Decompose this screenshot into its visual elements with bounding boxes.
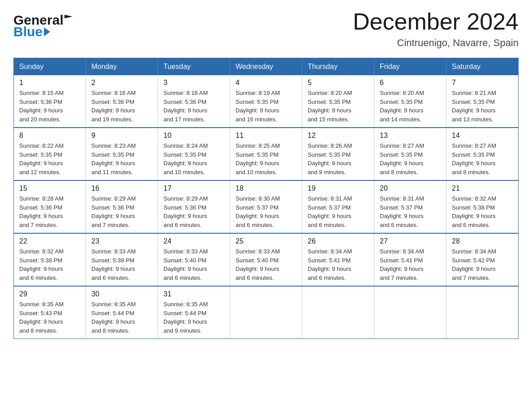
calendar-cell: 24Sunrise: 8:33 AMSunset: 5:40 PMDayligh… <box>158 233 230 286</box>
day-number: 27 <box>380 237 441 245</box>
calendar-cell <box>374 286 446 339</box>
svg-marker-1 <box>44 27 50 36</box>
calendar-cell: 10Sunrise: 8:24 AMSunset: 5:35 PMDayligh… <box>158 128 230 180</box>
calendar-table: SundayMondayTuesdayWednesdayThursdayFrid… <box>13 58 519 339</box>
day-number: 21 <box>452 184 513 193</box>
calendar-cell: 8Sunrise: 8:22 AMSunset: 5:35 PMDaylight… <box>14 128 86 180</box>
day-number: 7 <box>452 79 513 87</box>
calendar-cell: 2Sunrise: 8:16 AMSunset: 5:36 PMDaylight… <box>86 75 158 128</box>
day-number: 11 <box>236 132 296 140</box>
day-info: Sunrise: 8:20 AMSunset: 5:35 PMDaylight:… <box>380 89 441 124</box>
calendar-cell: 26Sunrise: 8:34 AMSunset: 5:41 PMDayligh… <box>302 233 374 286</box>
day-info: Sunrise: 8:27 AMSunset: 5:35 PMDaylight:… <box>380 141 441 176</box>
day-number: 20 <box>380 184 441 193</box>
calendar-cell: 17Sunrise: 8:29 AMSunset: 5:36 PMDayligh… <box>158 180 230 233</box>
day-number: 8 <box>19 132 80 140</box>
day-info: Sunrise: 8:32 AMSunset: 5:38 PMDaylight:… <box>19 247 80 282</box>
calendar-cell: 13Sunrise: 8:27 AMSunset: 5:35 PMDayligh… <box>374 128 446 180</box>
calendar-week-row: 1Sunrise: 8:15 AMSunset: 5:36 PMDaylight… <box>14 75 519 128</box>
calendar-cell: 25Sunrise: 8:33 AMSunset: 5:40 PMDayligh… <box>230 233 302 286</box>
day-info: Sunrise: 8:31 AMSunset: 5:37 PMDaylight:… <box>308 194 369 229</box>
day-header-thursday: Thursday <box>302 58 374 76</box>
day-info: Sunrise: 8:19 AMSunset: 5:35 PMDaylight:… <box>236 89 296 124</box>
day-info: Sunrise: 8:35 AMSunset: 5:43 PMDaylight:… <box>19 300 80 335</box>
day-number: 1 <box>19 79 80 87</box>
calendar-cell: 29Sunrise: 8:35 AMSunset: 5:43 PMDayligh… <box>14 286 86 339</box>
day-number: 30 <box>91 290 152 298</box>
calendar-cell: 14Sunrise: 8:27 AMSunset: 5:35 PMDayligh… <box>446 128 519 180</box>
day-info: Sunrise: 8:16 AMSunset: 5:36 PMDaylight:… <box>91 89 152 124</box>
title-area: December 2024 Cintruenigo, Navarre, Spai… <box>353 9 519 49</box>
day-header-monday: Monday <box>86 58 158 76</box>
day-number: 12 <box>308 132 369 140</box>
day-number: 18 <box>236 184 296 193</box>
day-info: Sunrise: 8:32 AMSunset: 5:38 PMDaylight:… <box>452 194 513 229</box>
calendar-header-row: SundayMondayTuesdayWednesdayThursdayFrid… <box>14 58 519 76</box>
calendar-cell: 12Sunrise: 8:26 AMSunset: 5:35 PMDayligh… <box>302 128 374 180</box>
day-info: Sunrise: 8:15 AMSunset: 5:36 PMDaylight:… <box>19 89 80 124</box>
calendar-cell <box>230 286 302 339</box>
day-number: 24 <box>163 237 224 245</box>
day-number: 14 <box>452 132 513 140</box>
location-title: Cintruenigo, Navarre, Spain <box>353 37 519 49</box>
day-info: Sunrise: 8:30 AMSunset: 5:37 PMDaylight:… <box>236 194 296 229</box>
day-number: 28 <box>452 237 513 245</box>
day-info: Sunrise: 8:24 AMSunset: 5:35 PMDaylight:… <box>163 141 224 176</box>
calendar-week-row: 8Sunrise: 8:22 AMSunset: 5:35 PMDaylight… <box>14 128 519 180</box>
calendar-cell: 15Sunrise: 8:28 AMSunset: 5:36 PMDayligh… <box>14 180 86 233</box>
day-info: Sunrise: 8:25 AMSunset: 5:35 PMDaylight:… <box>236 141 296 176</box>
calendar-cell: 27Sunrise: 8:34 AMSunset: 5:41 PMDayligh… <box>374 233 446 286</box>
logo-flag-icon <box>64 15 73 25</box>
day-info: Sunrise: 8:20 AMSunset: 5:35 PMDaylight:… <box>308 89 369 124</box>
day-number: 5 <box>308 79 369 87</box>
logo-arrow-icon <box>44 27 50 36</box>
day-header-saturday: Saturday <box>446 58 519 76</box>
day-info: Sunrise: 8:23 AMSunset: 5:35 PMDaylight:… <box>91 141 152 176</box>
day-info: Sunrise: 8:35 AMSunset: 5:44 PMDaylight:… <box>91 300 152 335</box>
day-info: Sunrise: 8:33 AMSunset: 5:40 PMDaylight:… <box>163 247 224 282</box>
day-number: 22 <box>19 237 80 245</box>
day-info: Sunrise: 8:29 AMSunset: 5:36 PMDaylight:… <box>91 194 152 229</box>
day-info: Sunrise: 8:33 AMSunset: 5:40 PMDaylight:… <box>236 247 296 282</box>
calendar-cell: 23Sunrise: 8:33 AMSunset: 5:39 PMDayligh… <box>86 233 158 286</box>
day-number: 16 <box>91 184 152 193</box>
calendar-cell: 28Sunrise: 8:34 AMSunset: 5:42 PMDayligh… <box>446 233 519 286</box>
day-number: 31 <box>163 290 224 298</box>
logo-blue-text: Blue <box>13 25 43 39</box>
calendar-cell: 5Sunrise: 8:20 AMSunset: 5:35 PMDaylight… <box>302 75 374 128</box>
day-number: 10 <box>163 132 224 140</box>
day-info: Sunrise: 8:34 AMSunset: 5:42 PMDaylight:… <box>452 247 513 282</box>
day-number: 4 <box>236 79 296 87</box>
day-number: 23 <box>91 237 152 245</box>
calendar-cell: 3Sunrise: 8:18 AMSunset: 5:36 PMDaylight… <box>158 75 230 128</box>
calendar-cell: 21Sunrise: 8:32 AMSunset: 5:38 PMDayligh… <box>446 180 519 233</box>
day-info: Sunrise: 8:34 AMSunset: 5:41 PMDaylight:… <box>380 247 441 282</box>
day-number: 26 <box>308 237 369 245</box>
day-header-tuesday: Tuesday <box>158 58 230 76</box>
calendar-cell: 9Sunrise: 8:23 AMSunset: 5:35 PMDaylight… <box>86 128 158 180</box>
svg-marker-0 <box>64 15 73 18</box>
calendar-cell: 6Sunrise: 8:20 AMSunset: 5:35 PMDaylight… <box>374 75 446 128</box>
day-number: 13 <box>380 132 441 140</box>
calendar-cell: 30Sunrise: 8:35 AMSunset: 5:44 PMDayligh… <box>86 286 158 339</box>
calendar-cell <box>446 286 519 339</box>
day-number: 25 <box>236 237 296 245</box>
calendar-cell: 19Sunrise: 8:31 AMSunset: 5:37 PMDayligh… <box>302 180 374 233</box>
day-number: 19 <box>308 184 369 193</box>
calendar-cell: 7Sunrise: 8:21 AMSunset: 5:35 PMDaylight… <box>446 75 519 128</box>
calendar-week-row: 22Sunrise: 8:32 AMSunset: 5:38 PMDayligh… <box>14 233 519 286</box>
day-info: Sunrise: 8:18 AMSunset: 5:36 PMDaylight:… <box>163 89 224 124</box>
calendar-cell: 20Sunrise: 8:31 AMSunset: 5:37 PMDayligh… <box>374 180 446 233</box>
day-number: 15 <box>19 184 80 193</box>
calendar-cell <box>302 286 374 339</box>
logo: General Blue <box>13 9 73 39</box>
day-number: 3 <box>163 79 224 87</box>
calendar-cell: 16Sunrise: 8:29 AMSunset: 5:36 PMDayligh… <box>86 180 158 233</box>
calendar-cell: 31Sunrise: 8:35 AMSunset: 5:44 PMDayligh… <box>158 286 230 339</box>
day-info: Sunrise: 8:31 AMSunset: 5:37 PMDaylight:… <box>380 194 441 229</box>
day-info: Sunrise: 8:34 AMSunset: 5:41 PMDaylight:… <box>308 247 369 282</box>
day-info: Sunrise: 8:26 AMSunset: 5:35 PMDaylight:… <box>308 141 369 176</box>
day-info: Sunrise: 8:33 AMSunset: 5:39 PMDaylight:… <box>91 247 152 282</box>
day-info: Sunrise: 8:28 AMSunset: 5:36 PMDaylight:… <box>19 194 80 229</box>
calendar-cell: 22Sunrise: 8:32 AMSunset: 5:38 PMDayligh… <box>14 233 86 286</box>
